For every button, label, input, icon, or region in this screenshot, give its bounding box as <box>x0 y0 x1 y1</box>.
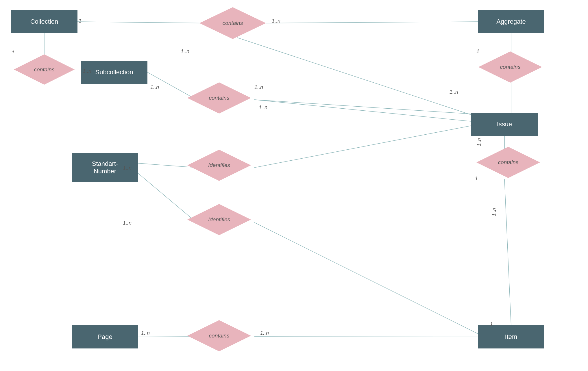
diamond-top-contains-label: contains <box>223 20 243 26</box>
svg-line-17 <box>254 337 478 337</box>
entity-aggregate: Aggregate <box>478 10 544 33</box>
entity-aggregate-label: Aggregate <box>496 18 526 25</box>
diamond-page-contains-label: contains <box>209 333 230 339</box>
diamond-identifies2: Identifies <box>187 204 251 235</box>
svg-line-1 <box>266 22 478 23</box>
entity-subcollection-label: Subcollection <box>95 68 133 76</box>
mult-issue-contains-bot: 1..n <box>491 208 497 216</box>
diamond-issue-contains: contains <box>476 147 540 178</box>
entity-item-label: Item <box>505 333 517 341</box>
svg-line-8 <box>254 100 471 121</box>
svg-line-11 <box>504 179 511 325</box>
mult-std-identifies1-left: 1..n <box>123 165 132 171</box>
mult-sub-left: 1..n <box>83 68 91 74</box>
entity-page-label: Page <box>97 333 112 341</box>
diamond-issue-contains-label: contains <box>498 159 519 166</box>
entity-collection-label: Collection <box>30 18 58 25</box>
mult-collection-top: 1 <box>79 18 82 24</box>
mult-contains-to-issue2: 1..n <box>254 84 263 90</box>
diamond-identifies1-label: Identifies <box>208 162 230 168</box>
diamond-identifies2-label: Identifies <box>208 216 230 223</box>
diamond-sub-contains-label: contains <box>209 95 230 101</box>
mult-agg-right-bot: 1..n <box>476 138 482 146</box>
diamond-top-contains: contains <box>199 7 266 39</box>
svg-line-6 <box>237 38 474 116</box>
entity-item: Item <box>478 325 544 348</box>
entity-page: Page <box>72 325 138 348</box>
diamond-left-contains: contains <box>14 54 75 85</box>
svg-line-13 <box>254 126 471 168</box>
diamond-agg-contains-label: contains <box>500 64 521 70</box>
mult-sub-to-contains: 1..n <box>150 84 159 90</box>
mult-agg-top: 1..n <box>272 18 280 24</box>
mult-page-to-contains: 1..n <box>141 330 150 336</box>
diamond-identifies1: Identifies <box>187 150 251 181</box>
mult-item-top: 1 <box>490 321 493 327</box>
diamond-sub-contains: contains <box>187 82 251 114</box>
mult-top-contains-cross2: 1..n <box>450 89 458 95</box>
svg-line-9 <box>254 100 474 114</box>
mult-agg-right-top: 1 <box>476 49 479 55</box>
mult-collection-left: 1 <box>12 50 14 56</box>
entity-collection: Collection <box>11 10 77 33</box>
svg-line-0 <box>77 22 208 23</box>
svg-line-15 <box>254 222 478 334</box>
diamond-page-contains: contains <box>187 320 251 351</box>
entity-standart-number-label: Standart- Number <box>92 160 118 175</box>
mult-contains-to-item: 1..n <box>260 330 269 336</box>
diamond-agg-contains: contains <box>478 51 542 83</box>
mult-top-contains-cross1: 1..n <box>181 49 189 55</box>
mult-issue-top: 1 <box>475 176 478 182</box>
entity-issue: Issue <box>471 113 538 136</box>
mult-std-identifies2-left: 1..n <box>123 220 132 226</box>
diamond-left-contains-label: contains <box>34 66 55 73</box>
entity-issue-label: Issue <box>497 120 512 128</box>
mult-sub-contains-cross: 1..n <box>259 105 267 111</box>
